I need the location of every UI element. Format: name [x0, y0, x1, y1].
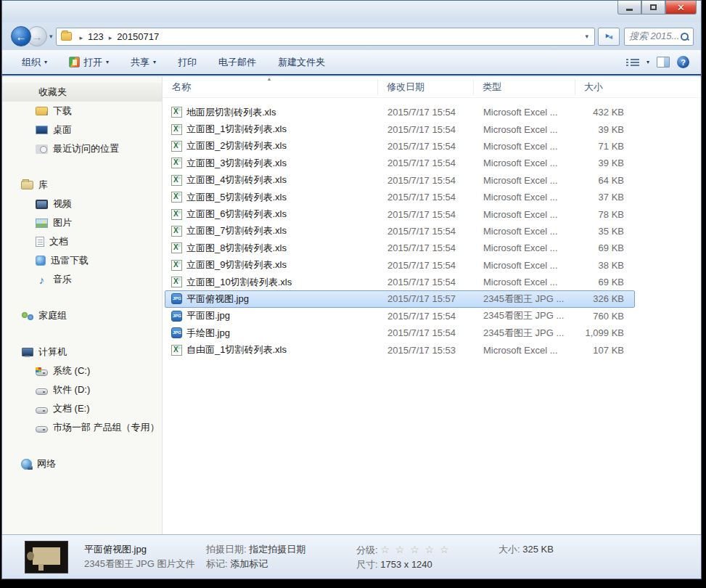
table-row[interactable]: 地面层切割砖列表.xls2015/7/17 15:54Microsoft Exc… — [165, 104, 635, 121]
toolbar-button[interactable]: 打印 — [171, 53, 203, 72]
table-row[interactable]: 立面图_4切割砖列表.xls2015/7/17 15:54Microsoft E… — [165, 172, 635, 189]
details-pane: 平面俯视图.jpg 2345看图王 JPG 图片文件 拍摄日期: 指定拍摄日期 … — [2, 534, 701, 579]
back-button[interactable]: ← — [11, 26, 31, 46]
sidebar-item[interactable]: 迅雷下载 — [2, 251, 162, 270]
minimize-icon — [626, 9, 633, 11]
desktop-icon — [36, 126, 48, 134]
file-name: 立面图_10切割砖列表.xls — [186, 276, 292, 289]
star-icon — [21, 86, 33, 98]
sidebar-item[interactable]: 图片 — [2, 213, 162, 232]
toolbar-button-label: 电子邮件 — [218, 56, 256, 69]
file-size: 107 KB — [576, 345, 630, 356]
sidebar-item-label: 文档 (E:) — [53, 402, 90, 415]
excel-file-icon — [171, 209, 182, 220]
sidebar-item[interactable]: 家庭组 — [2, 306, 162, 325]
file-date: 2015/7/17 15:54 — [379, 226, 475, 237]
toolbar-button[interactable]: 共享▾ — [124, 53, 163, 72]
sidebar-item[interactable]: 库 — [2, 176, 162, 195]
toolbar-button[interactable]: 组织▾ — [15, 53, 54, 72]
file-thumbnail — [25, 541, 68, 573]
rating-stars-icon[interactable]: ☆ ☆ ☆ ☆ ☆ — [380, 544, 450, 555]
breadcrumb-separator-icon: ▸ — [80, 34, 83, 41]
sidebar-item[interactable]: 文档 (E:) — [2, 399, 162, 418]
breadcrumb-item[interactable]: 123 — [88, 31, 104, 42]
details-file-info: 平面俯视图.jpg 2345看图王 JPG 图片文件 — [84, 542, 194, 571]
drive-icon — [36, 388, 48, 395]
table-row[interactable]: 手绘图.jpg2015/7/17 15:542345看图王 JPG ...1,0… — [165, 324, 635, 341]
sidebar-item-label: 库 — [38, 179, 48, 192]
sidebar-item[interactable]: 系统 (C:) — [2, 362, 162, 380]
toolbar-right: ▾ ? — [626, 56, 689, 68]
file-type: Microsoft Excel ... — [475, 192, 576, 203]
file-size: 35 KB — [576, 226, 630, 237]
column-header-size[interactable]: 大小 — [575, 79, 638, 95]
tags-value[interactable]: 添加标记 — [230, 558, 268, 569]
breadcrumb-item[interactable]: 20150717 — [117, 31, 159, 42]
search-icon — [681, 33, 689, 41]
sidebar-item-label: 桌面 — [53, 123, 72, 136]
file-type: Microsoft Excel ... — [475, 226, 576, 237]
history-dropdown-icon[interactable]: ▾ — [49, 33, 53, 40]
table-row[interactable]: 立面图_9切割砖列表.xls2015/7/17 15:54Microsoft E… — [165, 257, 635, 274]
sidebar-item[interactable]: 视频 — [2, 195, 162, 213]
table-row[interactable]: 立面图_6切割砖列表.xls2015/7/17 15:54Microsoft E… — [165, 205, 635, 222]
file-name: 立面图_5切割砖列表.xls — [186, 191, 287, 204]
sidebar-item[interactable]: 市场一部 产品组（专用） — [2, 418, 162, 437]
sidebar-item[interactable]: 软件 (D:) — [2, 380, 162, 399]
file-type: Microsoft Excel ... — [475, 107, 576, 118]
toolbar-button-label: 打开 — [83, 56, 102, 69]
folder-icon — [61, 32, 72, 41]
table-row[interactable]: 平面图.jpg2015/7/17 15:542345看图王 JPG ...760… — [165, 308, 635, 324]
sidebar-item[interactable]: 桌面 — [2, 121, 162, 139]
file-type: Microsoft Excel ... — [475, 242, 576, 253]
sidebar-item[interactable]: 网络 — [2, 454, 162, 473]
dimensions-value: 1753 x 1240 — [380, 559, 432, 570]
chevron-down-icon: ▾ — [106, 59, 109, 65]
table-row[interactable]: 自由面_1切割砖列表.xls2015/7/17 15:53Microsoft E… — [165, 341, 635, 358]
table-row[interactable]: 立面图_10切割砖列表.xls2015/7/17 15:54Microsoft … — [165, 274, 635, 290]
file-size: 326 KB — [576, 293, 630, 304]
jpg-file-icon — [171, 327, 182, 338]
column-header-date[interactable]: 修改日期 — [378, 79, 474, 95]
sidebar-item[interactable]: 最近访问的位置 — [2, 139, 162, 158]
views-dropdown-icon[interactable]: ▾ — [647, 59, 649, 65]
column-header-type[interactable]: 类型 — [474, 79, 575, 95]
file-size: 37 KB — [576, 192, 630, 203]
table-row[interactable]: 立面图_2切割砖列表.xls2015/7/17 15:54Microsoft E… — [165, 138, 635, 155]
search-input[interactable]: 搜索 2015... — [624, 28, 694, 46]
table-row[interactable]: 平面俯视图.jpg2015/7/17 15:572345看图王 JPG ...3… — [165, 290, 635, 307]
toolbar-button[interactable]: 电子邮件 — [212, 53, 263, 72]
table-row[interactable]: 立面图_3切割砖列表.xls2015/7/17 15:54Microsoft E… — [165, 155, 635, 171]
excel-file-icon — [171, 124, 182, 135]
column-header-name[interactable]: ▲ 名称 — [163, 79, 378, 95]
table-row[interactable]: 立面图_8切割砖列表.xls2015/7/17 15:54Microsoft E… — [165, 240, 635, 256]
preview-pane-icon[interactable] — [657, 57, 670, 68]
homegroup-icon — [21, 311, 33, 321]
file-date: 2015/7/17 15:54 — [379, 277, 475, 287]
close-button[interactable]: ✕ — [665, 1, 697, 15]
toolbar-button[interactable]: 新建文件夹 — [271, 53, 332, 72]
chevron-down-icon: ▾ — [153, 59, 156, 65]
file-type: Microsoft Excel ... — [475, 124, 576, 135]
sidebar-item[interactable]: 下载 — [2, 102, 162, 121]
toolbar-button[interactable]: 打开▾ — [62, 53, 115, 72]
downloads-folder-icon — [36, 107, 48, 115]
file-size: 64 KB — [576, 175, 630, 186]
address-bar[interactable]: ▸123▸20150717 ▾ — [56, 28, 595, 46]
minimize-button[interactable] — [617, 1, 641, 15]
computer-icon — [21, 347, 33, 357]
table-row[interactable]: 立面图_5切割砖列表.xls2015/7/17 15:54Microsoft E… — [165, 189, 635, 205]
shoot-date-value[interactable]: 指定拍摄日期 — [249, 544, 305, 555]
sidebar-item[interactable]: 计算机 — [2, 343, 162, 362]
address-dropdown-icon[interactable]: ▾ — [582, 33, 591, 40]
refresh-button[interactable] — [598, 28, 620, 46]
maximize-button[interactable] — [641, 1, 665, 15]
table-row[interactable]: 立面图_1切割砖列表.xls2015/7/17 15:54Microsoft E… — [165, 121, 635, 137]
sidebar-item[interactable]: 收藏夹 — [2, 83, 162, 102]
file-name: 立面图_2切割砖列表.xls — [186, 139, 287, 152]
help-icon[interactable]: ? — [677, 56, 689, 68]
sidebar-item[interactable]: ♪音乐 — [2, 270, 162, 289]
table-row[interactable]: 立面图_7切割砖列表.xls2015/7/17 15:54Microsoft E… — [165, 223, 635, 240]
change-view-icon[interactable] — [626, 57, 639, 68]
sidebar-item[interactable]: 文档 — [2, 232, 162, 251]
